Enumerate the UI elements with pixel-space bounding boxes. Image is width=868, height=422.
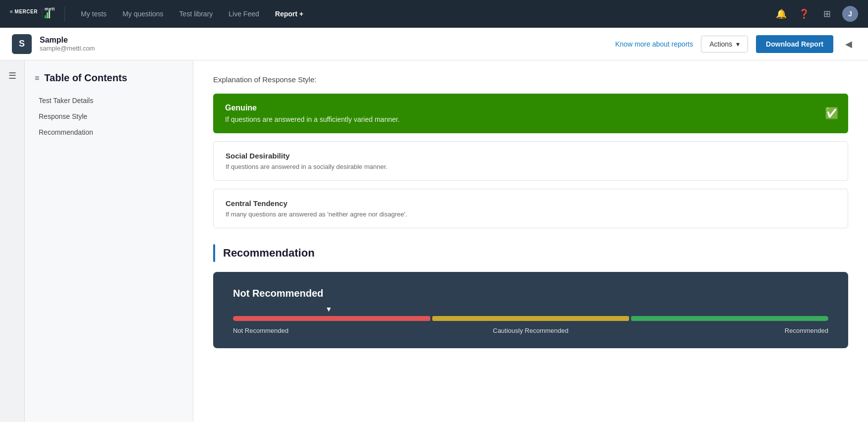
genuine-title: Genuine [225,104,836,112]
gauge-bar-cautious [432,316,630,321]
nav-my-tests[interactable]: My tests [75,7,113,21]
header-actions: Know more about reports Actions ▾ Downlo… [615,35,856,53]
candidate-info: Sample sample@mettl.com [40,36,607,52]
toc-items-list: Test Taker Details Response Style Recomm… [35,94,183,139]
nav-my-questions[interactable]: My questions [116,7,169,21]
gauge-card: Not Recommended ▼ Not Recommended Cautio… [213,272,848,348]
nav-report[interactable]: Report + [269,7,309,21]
toc-item-recommendation[interactable]: Recommendation [35,125,183,139]
gauge-label-recommended: Recommended [630,327,828,334]
help-icon[interactable]: ❓ [797,6,811,21]
collapse-sidebar-button[interactable]: ◀ [841,37,856,52]
nav-right: 🔔 ❓ ⊞ J [774,6,858,22]
apps-icon[interactable]: ⊞ [819,6,834,21]
gauge-arrow-icon: ▼ [325,305,332,313]
toc-list-icon: ≡ [35,74,39,83]
response-style-header: Explanation of Response Style: [213,75,848,84]
svg-rect-3 [47,12,48,18]
gauge-labels: Not Recommended Cautiously Recommended R… [233,327,828,334]
recommendation-title-bar: Recommendation [213,244,848,262]
gauge-bar-not-recommended [233,316,430,321]
download-report-button[interactable]: Download Report [756,35,833,53]
chevron-down-icon: ▾ [736,40,740,48]
logo-area: ≡ MERCER mettl [10,6,65,21]
main-layout: ☰ ≡ Table of Contents Test Taker Details… [0,60,868,422]
toc-panel: ≡ Table of Contents Test Taker Details R… [25,60,193,422]
gauge-arrow: ▼ [233,305,828,313]
svg-rect-4 [49,10,50,18]
top-nav: ≡ MERCER mettl My tests My questions Tes… [0,0,868,28]
gauge-label-not-recommended: Not Recommended [233,327,431,334]
header-bar: S Sample sample@mettl.com Know more abou… [0,28,868,60]
candidate-name: Sample [40,36,607,45]
social-desc: If questions are answered in a socially … [226,163,836,170]
gauge-bar [233,316,828,321]
central-title: Central Tendency [226,199,836,208]
menu-icon[interactable]: ☰ [8,70,16,81]
candidate-avatar: S [12,34,32,54]
user-avatar[interactable]: J [842,6,858,22]
genuine-desc: If questions are answered in a sufficien… [225,115,836,123]
gauge-label-cautious: Cautiously Recommended [431,327,630,334]
recommendation-section: Recommendation Not Recommended ▼ Not Rec… [213,244,848,348]
toc-item-response-style[interactable]: Response Style [35,109,183,123]
genuine-check-icon: ✅ [825,107,838,120]
nav-live-feed[interactable]: Live Feed [223,7,265,21]
nav-links: My tests My questions Test library Live … [75,7,774,21]
toc-title: ≡ Table of Contents [35,72,183,84]
svg-text:mettl: mettl [45,6,55,11]
mercer-logo: ≡ MERCER mettl [10,6,55,21]
sidebar-icon-strip: ☰ [0,60,25,422]
central-desc: If many questions are answered as 'neith… [226,211,836,218]
candidate-email: sample@mettl.com [40,45,607,52]
gauge-bar-recommended [631,316,828,321]
know-more-link[interactable]: Know more about reports [615,40,693,48]
gauge-label: Not Recommended [233,288,828,299]
social-title: Social Desirability [226,152,836,160]
toc-item-test-taker[interactable]: Test Taker Details [35,94,183,107]
content-area: Explanation of Response Style: Genuine I… [193,60,868,422]
response-card-social: Social Desirability If questions are ans… [213,141,848,181]
section-accent-bar [213,244,215,262]
svg-text:≡ MERCER: ≡ MERCER [10,9,38,14]
svg-rect-2 [45,15,46,18]
recommendation-title: Recommendation [223,247,315,260]
nav-test-library[interactable]: Test library [174,7,219,21]
response-card-central: Central Tendency If many questions are a… [213,189,848,228]
response-card-genuine: Genuine If questions are answered in a s… [213,94,848,133]
actions-button[interactable]: Actions ▾ [701,36,748,53]
notification-icon[interactable]: 🔔 [774,6,789,21]
